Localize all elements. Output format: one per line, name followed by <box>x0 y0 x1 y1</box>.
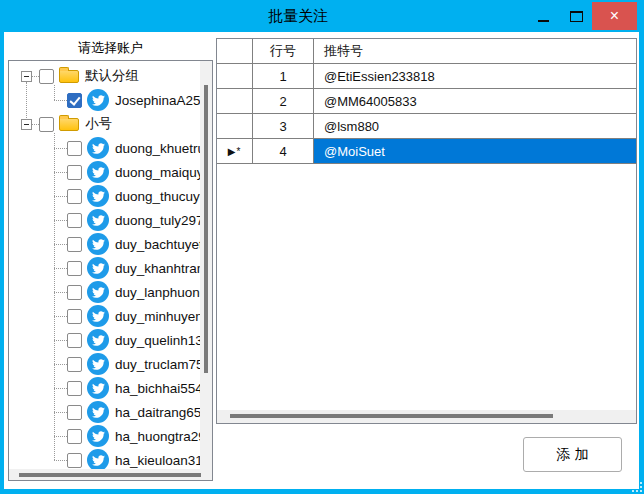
tree-account-row[interactable]: duy_minhuyen5 <box>9 304 200 328</box>
row-selector-cell[interactable] <box>217 64 253 88</box>
account-checkbox[interactable] <box>67 141 82 156</box>
twitter-handle-cell[interactable]: @EtiEssien233818 <box>314 64 636 88</box>
tree-account-row[interactable]: duy_khanhtran <box>9 256 200 280</box>
tree-account-row[interactable]: ha_daitrang658 <box>9 400 200 424</box>
account-checkbox[interactable] <box>67 93 82 108</box>
tree-account-row[interactable]: ha_huongtra29 <box>9 424 200 448</box>
tree-expander-icon[interactable] <box>21 71 32 82</box>
twitter-icon <box>87 257 109 279</box>
account-label: duy_bachtuyet8 <box>115 237 200 252</box>
account-checkbox[interactable] <box>67 405 82 420</box>
targets-table: 行号 推特号 1@EtiEssien2338182@MM640058333@ls… <box>216 38 637 424</box>
tree-connector <box>32 76 39 77</box>
account-label: ha_huongtra29 <box>115 429 200 444</box>
tree-connector <box>54 172 67 173</box>
resize-grip[interactable] <box>630 480 642 492</box>
close-button[interactable]: × <box>592 2 637 30</box>
row-selector-cell[interactable] <box>217 89 253 113</box>
maximize-button[interactable] <box>564 4 588 28</box>
tree-group-row[interactable]: 小号 <box>9 112 200 136</box>
tree-account-row[interactable]: JosephinaA259 <box>9 88 200 112</box>
header-row-number: 行号 <box>253 39 314 63</box>
account-checkbox[interactable] <box>67 213 82 228</box>
account-label: duy_quelinh133 <box>115 333 200 348</box>
tree-account-row[interactable]: duy_lanphuong <box>9 280 200 304</box>
group-label: 小号 <box>85 115 112 133</box>
table-horizontal-scrollbar[interactable] <box>217 410 636 423</box>
tree-connector <box>54 364 67 365</box>
twitter-icon <box>87 401 109 423</box>
account-label: duong_tuly297 <box>115 213 200 228</box>
account-label: ha_bichhai5543 <box>115 381 200 396</box>
tree-account-row[interactable]: duong_tuly297 <box>9 208 200 232</box>
group-label: 默认分组 <box>85 67 139 85</box>
table-horizontal-scrollbar-thumb[interactable] <box>230 414 553 418</box>
table-row[interactable]: 2@MM64005833 <box>217 89 636 114</box>
tree-vertical-scrollbar[interactable] <box>200 61 212 469</box>
tree-account-row[interactable]: duy_quelinh133 <box>9 328 200 352</box>
tree-connector <box>54 460 67 461</box>
tree-connector <box>54 100 67 101</box>
twitter-icon <box>87 425 109 447</box>
minimize-button[interactable] <box>532 4 556 28</box>
row-number-cell[interactable]: 2 <box>253 89 314 113</box>
account-checkbox[interactable] <box>67 261 82 276</box>
tree-account-row[interactable]: duy_bachtuyet8 <box>9 232 200 256</box>
account-checkbox[interactable] <box>67 165 82 180</box>
account-picker-label: 请选择账户 <box>8 38 213 58</box>
tree-expander-icon[interactable] <box>21 119 32 130</box>
group-checkbox[interactable] <box>39 69 54 84</box>
row-number-cell[interactable]: 4 <box>253 139 314 163</box>
account-checkbox[interactable] <box>67 381 82 396</box>
row-number-cell[interactable]: 1 <box>253 64 314 88</box>
twitter-icon <box>87 185 109 207</box>
tree-account-row[interactable]: ha_bichhai5543 <box>9 376 200 400</box>
tree-connector <box>54 292 67 293</box>
add-button[interactable]: 添 加 <box>523 437 622 472</box>
group-checkbox[interactable] <box>39 117 54 132</box>
maximize-icon <box>570 11 583 22</box>
account-label: duong_thucuye <box>115 189 200 204</box>
account-checkbox[interactable] <box>67 453 82 468</box>
twitter-handle-cell[interactable]: @MoiSuet <box>314 139 636 163</box>
current-row-indicator[interactable]: ▶* <box>217 139 253 163</box>
account-tree: 默认分组JosephinaA259小号duong_khuetruduong_ma… <box>9 61 200 469</box>
tree-connector <box>54 316 67 317</box>
minimize-icon <box>538 20 549 22</box>
twitter-handle-cell[interactable]: @MM64005833 <box>314 89 636 113</box>
account-checkbox[interactable] <box>67 333 82 348</box>
account-checkbox[interactable] <box>67 237 82 252</box>
tree-account-row[interactable]: ha_kieuloan317 <box>9 448 200 469</box>
tree-group-row[interactable]: 默认分组 <box>9 64 200 88</box>
row-number-cell[interactable]: 3 <box>253 114 314 138</box>
tree-horizontal-scrollbar[interactable] <box>9 469 212 480</box>
twitter-handle-cell[interactable]: @lsm880 <box>314 114 636 138</box>
account-checkbox[interactable] <box>67 429 82 444</box>
tree-connector <box>54 244 67 245</box>
tree-horizontal-scrollbar-thumb[interactable] <box>19 473 201 477</box>
tree-account-row[interactable]: duong_khuetru <box>9 136 200 160</box>
twitter-icon <box>87 377 109 399</box>
tree-account-row[interactable]: duong_maiquy <box>9 160 200 184</box>
tree-account-row[interactable]: duy_truclam759 <box>9 352 200 376</box>
tree-connector <box>54 268 67 269</box>
account-label: duong_maiquy <box>115 165 200 180</box>
tree-account-row[interactable]: duong_thucuye <box>9 184 200 208</box>
account-label: JosephinaA259 <box>115 93 200 108</box>
account-checkbox[interactable] <box>67 357 82 372</box>
table-row[interactable]: 1@EtiEssien233818 <box>217 64 636 89</box>
account-checkbox[interactable] <box>67 309 82 324</box>
twitter-icon <box>87 281 109 303</box>
tree-vertical-scrollbar-thumb[interactable] <box>204 85 208 373</box>
tree-connector <box>54 133 55 460</box>
table-row[interactable]: 3@lsm880 <box>217 114 636 139</box>
twitter-icon <box>87 137 109 159</box>
account-checkbox[interactable] <box>67 189 82 204</box>
account-checkbox[interactable] <box>67 285 82 300</box>
table-row[interactable]: ▶*4@MoiSuet <box>217 139 636 164</box>
twitter-icon <box>87 305 109 327</box>
account-tree-panel: 默认分组JosephinaA259小号duong_khuetruduong_ma… <box>8 60 213 481</box>
row-selector-cell[interactable] <box>217 114 253 138</box>
account-label: duy_khanhtran <box>115 261 200 276</box>
table-header-row: 行号 推特号 <box>217 39 636 64</box>
